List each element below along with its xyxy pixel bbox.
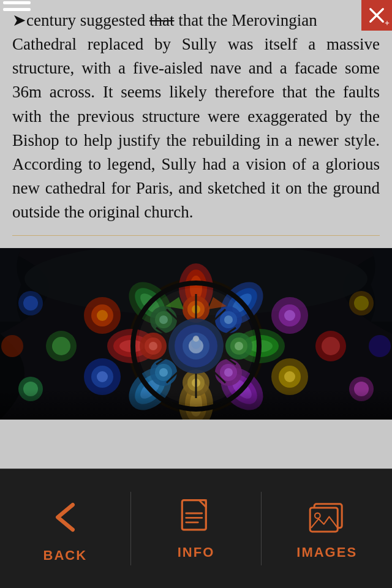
bottom-navigation: BACK INFO IMAGES (0, 469, 392, 588)
nav-back-button[interactable]: BACK (0, 469, 130, 588)
hamburger-line-1 (3, 1, 31, 4)
svg-point-100 (138, 288, 254, 404)
stained-glass-image (0, 248, 392, 420)
svg-rect-107 (310, 507, 337, 531)
back-arrow-icon (45, 494, 85, 540)
nav-info-button[interactable]: INFO (131, 469, 262, 588)
text-first-line: ➤century suggested that that the Merovin… (12, 11, 317, 29)
images-icon (307, 497, 347, 537)
hamburger-line-2 (3, 8, 31, 11)
info-document-icon (176, 497, 216, 537)
nav-images-button[interactable]: IMAGES (262, 469, 392, 588)
text-content-area: ➤century suggested that that the Merovin… (0, 0, 392, 248)
back-label: BACK (43, 548, 88, 564)
strikethrough-text: that (149, 11, 175, 29)
article-content: ➤century suggested that that the Merovin… (0, 0, 392, 420)
section-divider (12, 235, 380, 236)
article-text: ➤century suggested that that the Merovin… (12, 6, 380, 224)
info-label: INFO (178, 545, 215, 560)
close-button[interactable]: + (361, 0, 392, 31)
stained-glass-svg (0, 248, 392, 420)
plus-icon: + (385, 18, 390, 28)
article-image (0, 248, 392, 420)
article-body: Cathedral replaced by Sully was itself a… (12, 35, 380, 221)
images-label: IMAGES (296, 545, 357, 560)
hamburger-menu[interactable] (0, 1, 31, 11)
close-icon (368, 7, 385, 24)
svg-rect-101 (0, 389, 392, 420)
